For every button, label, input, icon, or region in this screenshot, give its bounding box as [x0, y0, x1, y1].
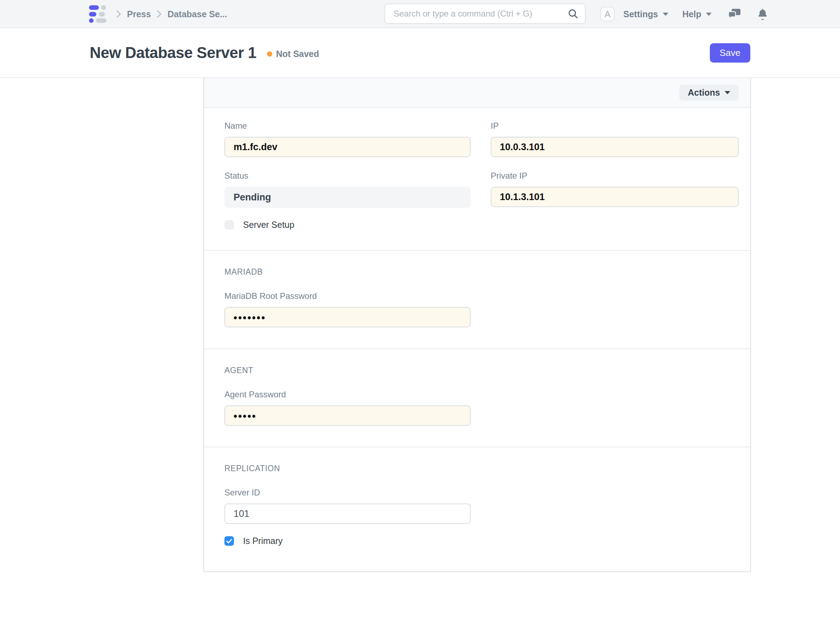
private-ip-label: Private IP	[491, 170, 739, 181]
mariadb-root-password-label: MariaDB Root Password	[224, 291, 471, 301]
actions-label: Actions	[688, 88, 720, 98]
mariadb-root-password-input[interactable]	[224, 307, 471, 327]
chevron-down-icon	[725, 91, 730, 94]
server-setup-checkbox[interactable]	[224, 220, 234, 230]
agent-password-input[interactable]	[224, 406, 471, 426]
help-menu[interactable]: Help	[682, 9, 712, 19]
checkmark-icon	[226, 539, 232, 544]
section-agent: AGENT Agent Password	[204, 349, 750, 447]
form-container: Actions Name IP Status Pending	[203, 78, 751, 572]
mariadb-section-heading: MARIADB	[224, 267, 739, 277]
avatar-letter: A	[605, 9, 611, 19]
is-primary-checkbox-row[interactable]: Is Primary	[224, 536, 739, 546]
ip-input[interactable]	[491, 137, 739, 157]
logo-pill	[96, 18, 107, 23]
field-server-id: Server ID	[224, 488, 471, 524]
settings-menu[interactable]: Settings	[623, 9, 668, 19]
section-mariadb: MARIADB MariaDB Root Password	[204, 251, 750, 349]
server-setup-label: Server Setup	[243, 220, 294, 230]
section-details: Name IP Status Pending Private IP	[204, 108, 750, 251]
save-button[interactable]: Save	[710, 43, 750, 63]
is-primary-label: Is Primary	[243, 536, 283, 546]
replication-section-heading: REPLICATION	[224, 464, 739, 473]
chevron-down-icon	[706, 13, 712, 16]
logo-pill	[99, 12, 105, 17]
actions-button[interactable]: Actions	[679, 85, 739, 101]
navbar: Press Database Se... A Settings Help	[0, 0, 840, 28]
is-primary-checkbox[interactable]	[224, 536, 234, 546]
help-label: Help	[682, 9, 701, 19]
form-toolbar: Actions	[204, 78, 750, 108]
settings-label: Settings	[623, 9, 658, 19]
search-icon[interactable]	[567, 8, 579, 19]
server-id-label: Server ID	[224, 488, 471, 498]
section-replication: REPLICATION Server ID Is Primary	[204, 447, 750, 571]
private-ip-input[interactable]	[491, 187, 739, 207]
search-input[interactable]	[394, 9, 567, 19]
page-title: New Database Server 1	[90, 44, 256, 62]
page-head: New Database Server 1 Not Saved Save	[0, 28, 840, 78]
agent-password-label: Agent Password	[224, 389, 471, 400]
breadcrumb-database-servers[interactable]: Database Se...	[167, 9, 227, 19]
field-private-ip: Private IP	[491, 170, 739, 208]
breadcrumb-press[interactable]: Press	[127, 9, 151, 19]
field-name: Name	[224, 121, 471, 157]
field-status: Status Pending	[224, 170, 471, 208]
ip-label: IP	[491, 121, 739, 131]
logo-pill	[89, 12, 96, 17]
server-setup-checkbox-row[interactable]: Server Setup	[224, 220, 739, 230]
logo-pill	[89, 18, 93, 23]
name-label: Name	[224, 121, 471, 131]
not-saved-label: Not Saved	[276, 49, 319, 59]
chat-icon[interactable]	[728, 8, 741, 20]
status-value: Pending	[224, 187, 471, 208]
avatar[interactable]: A	[600, 7, 615, 21]
field-ip: IP	[491, 121, 739, 157]
logo-pill	[89, 5, 99, 10]
server-id-input[interactable]	[224, 503, 471, 524]
agent-section-heading: AGENT	[224, 365, 739, 375]
name-input[interactable]	[224, 137, 471, 157]
logo-pill	[101, 5, 106, 10]
not-saved-indicator: Not Saved	[267, 49, 319, 59]
chevron-right-icon	[116, 9, 122, 19]
status-label: Status	[224, 170, 471, 181]
global-search[interactable]	[384, 3, 586, 24]
chevron-down-icon	[663, 13, 668, 16]
not-saved-dot-icon	[267, 51, 272, 57]
chevron-right-icon	[156, 9, 162, 19]
navbar-right: A Settings Help	[600, 0, 768, 28]
bell-icon[interactable]	[757, 8, 768, 20]
app-logo-icon[interactable]	[89, 5, 107, 23]
field-agent-password: Agent Password	[224, 389, 471, 426]
breadcrumb: Press Database Se...	[116, 0, 227, 28]
app-screen: Press Database Se... A Settings Help	[0, 0, 840, 628]
field-mariadb-root-password: MariaDB Root Password	[224, 291, 471, 327]
